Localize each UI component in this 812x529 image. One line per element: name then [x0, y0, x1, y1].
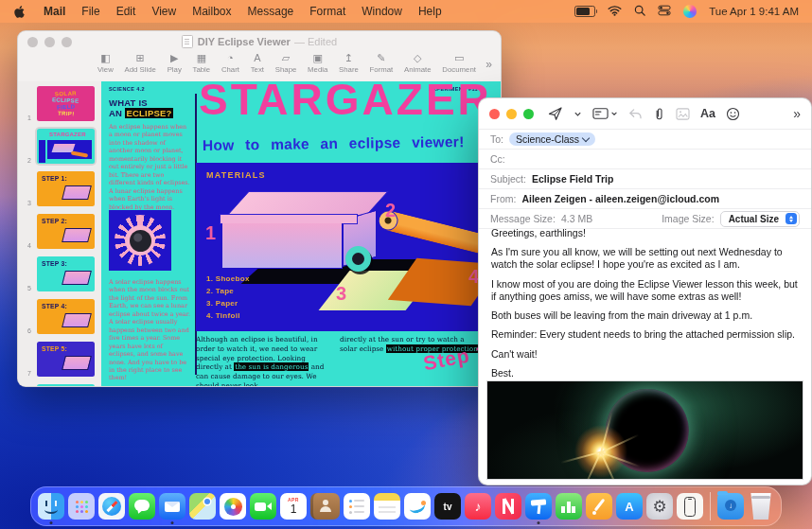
menu-mail[interactable]: Mail [44, 5, 65, 18]
siri-icon[interactable] [683, 5, 697, 18]
dock-launchpad-icon[interactable] [68, 493, 95, 520]
dock-music-icon[interactable]: ♪ [465, 493, 491, 520]
toolbar-overflow-chevron-icon[interactable]: » [485, 58, 492, 71]
dock-keynote-icon[interactable] [525, 493, 552, 520]
close-button[interactable] [489, 109, 500, 119]
dock-finder-icon[interactable] [38, 493, 64, 520]
dock-news-icon[interactable] [495, 493, 521, 520]
dock-trash-icon[interactable] [748, 493, 774, 520]
menu-status-area: Tue Apr 1 9:41 AM [574, 5, 799, 19]
close-button[interactable] [27, 37, 38, 47]
send-button[interactable] [548, 106, 563, 121]
keynote-title-bar[interactable]: DIY Eclipse Viewer— Edited [18, 31, 501, 51]
message-body[interactable]: Greetings, earthlings!As I'm sure you al… [491, 227, 802, 377]
safety-text-left: Although an eclipse is beautiful, in ord… [196, 335, 330, 386]
toolbar-share-button[interactable]: ↥Share [339, 52, 359, 74]
dock-contacts-icon[interactable] [310, 493, 340, 520]
slide-thumbnail-5[interactable]: STEP 3: [35, 255, 97, 293]
dock-appstore-icon[interactable]: A [616, 493, 643, 520]
materials-list-item: 4. Tinfoil [206, 310, 250, 323]
from-field[interactable]: From: Aileen Zeigen - aileen.zeigen@iclo… [479, 189, 811, 209]
zoom-button[interactable] [62, 37, 72, 47]
battery-icon[interactable] [574, 6, 595, 17]
slide-thumbnail-6[interactable]: STEP 4: [35, 297, 97, 336]
dock-reminders-icon[interactable] [344, 493, 370, 520]
apple-menu-icon[interactable] [13, 5, 26, 19]
toolbar-play-button[interactable]: ▶Play [168, 52, 182, 74]
toolbar-add-slide-button[interactable]: ⊞Add Slide [125, 52, 156, 74]
body-paragraph: As I'm sure you all know, we will be set… [491, 246, 802, 271]
image-size-select[interactable]: Actual Size [720, 211, 800, 227]
search-icon[interactable] [634, 5, 645, 19]
emoji-button[interactable] [726, 107, 740, 121]
reply-button[interactable] [628, 108, 643, 120]
slide-thumbnail-art: STEP 2: [37, 214, 95, 249]
menu-edit[interactable]: Edit [116, 5, 136, 18]
sun-illustration [109, 210, 171, 271]
toolbar-chart-button[interactable]: ◔Chart [221, 52, 239, 74]
subject-field[interactable]: Subject: Eclipse Field Trip [479, 169, 811, 189]
minimize-button[interactable] [506, 109, 517, 119]
zoom-button[interactable] [523, 109, 534, 119]
dock-maps-icon[interactable] [189, 493, 216, 520]
mail-toolbar[interactable]: Aa » [479, 98, 811, 130]
slide-thumbnail-8[interactable]: DID YOU KNOW [35, 382, 97, 386]
menu-format[interactable]: Format [309, 5, 345, 18]
insert-photo-button[interactable] [676, 108, 690, 120]
dock-photos-icon[interactable] [220, 493, 246, 520]
menu-message[interactable]: Message [248, 5, 294, 18]
dock-appletv-icon[interactable]: tv [434, 493, 461, 520]
toolbar-shape-button[interactable]: ▱Shape [275, 52, 297, 74]
toolbar-document-button[interactable]: ▭Document [442, 52, 476, 74]
eclipse-flare [574, 425, 627, 478]
toolbar-text-button[interactable]: AText [251, 52, 264, 74]
from-value: Aileen Zeigen - aileen.zeigen@icloud.com [521, 193, 719, 204]
slide-thumbnail-7[interactable]: STEP 5: [35, 340, 97, 379]
toolbar-table-button[interactable]: ▦Table [193, 52, 211, 74]
slide-thumbnail-1[interactable]: SOLARECLIPSEFIELDTRIP! [35, 84, 97, 123]
dock-numbers-icon[interactable] [556, 493, 582, 520]
dock-iphone-icon[interactable] [677, 493, 703, 520]
toolbar-view-button[interactable]: ◧View [97, 52, 114, 74]
menu-help[interactable]: Help [418, 5, 442, 18]
slide-thumbnail-4[interactable]: STEP 2: [35, 212, 97, 251]
menu-window[interactable]: Window [362, 5, 402, 18]
cc-field[interactable]: Cc: [479, 150, 811, 169]
menu-mailbox[interactable]: Mailbox [192, 5, 231, 18]
dock-settings-icon[interactable]: ⚙ [646, 493, 673, 520]
toolbar-overflow-chevron-icon[interactable]: » [793, 106, 801, 121]
dock-pages-icon[interactable] [586, 493, 612, 520]
to-field[interactable]: To: Science-Class [479, 130, 811, 150]
recipient-token[interactable]: Science-Class [509, 132, 595, 146]
dock-safari-icon[interactable] [98, 493, 125, 520]
cc-label: Cc: [490, 153, 505, 165]
toolbar-animate-button[interactable]: ◇Animate [404, 52, 432, 74]
dock-facetime-icon[interactable] [250, 493, 276, 520]
slide-thumbnail-art: DID YOU KNOW [37, 384, 95, 386]
send-options-chevron-icon[interactable] [574, 110, 582, 118]
dock-mail-icon[interactable] [159, 493, 185, 520]
dock-calendar-icon[interactable]: APR1 [280, 493, 307, 520]
toolbar-label: Text [251, 65, 264, 74]
dock-freeform-icon[interactable] [404, 493, 431, 520]
tape-illustration [345, 246, 371, 272]
toolbar-format-button[interactable]: ✎Format [370, 52, 394, 74]
format-button[interactable]: Aa [700, 107, 715, 120]
menu-view[interactable]: View [151, 5, 176, 18]
add-slide-icon: ⊞ [136, 52, 145, 64]
dock-downloads-icon[interactable] [717, 493, 744, 520]
menu-clock[interactable]: Tue Apr 1 9:41 AM [709, 6, 799, 17]
wifi-icon[interactable] [608, 5, 622, 19]
toolbar-media-button[interactable]: ▣Media [308, 52, 327, 74]
header-fields-button[interactable] [592, 107, 618, 120]
attach-button[interactable] [653, 107, 665, 121]
dock-messages-icon[interactable] [129, 493, 155, 520]
slide-thumbnail-3[interactable]: STEP 1: [35, 169, 97, 208]
slide-thumbnail-2[interactable]: STARGAZER [35, 127, 97, 166]
slide-canvas[interactable]: SCIENCE 4.2 EXPERIMENT #11 WHAT IS AN EC… [101, 81, 501, 386]
dock-notes-icon[interactable] [374, 493, 400, 520]
menu-file[interactable]: File [81, 5, 99, 18]
eclipse-attachment-photo[interactable] [486, 380, 803, 480]
minimize-button[interactable] [44, 37, 55, 47]
control-center-icon[interactable] [658, 5, 671, 19]
